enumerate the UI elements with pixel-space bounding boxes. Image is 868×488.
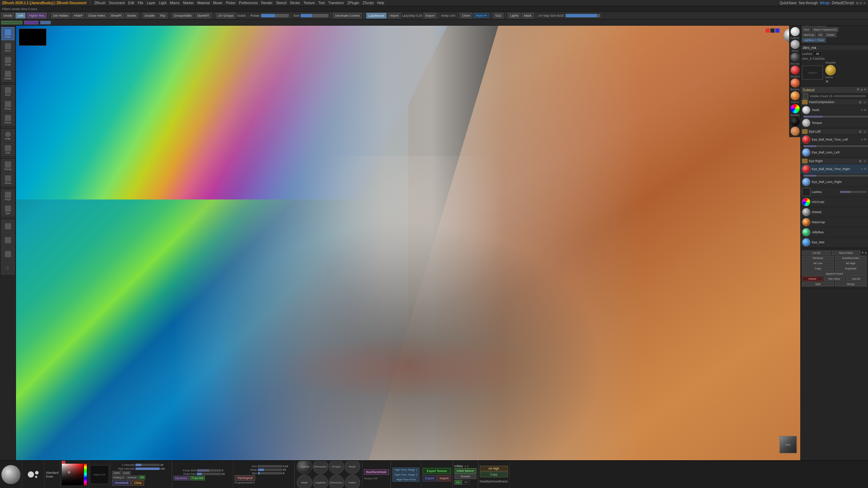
group-visible-btn[interactable]: GroupVisible (172, 13, 194, 18)
zsub-btn[interactable]: Zsub (122, 471, 131, 475)
flip-btn[interactable]: Flip (158, 13, 167, 18)
mat-sphere-red[interactable] (791, 66, 800, 75)
menu-item-layer[interactable]: Layer (147, 1, 156, 5)
stroke-btn[interactable]: Stroke (125, 13, 138, 18)
menu-item-document[interactable]: Document (109, 1, 125, 5)
mat-sphere-multi[interactable] (791, 104, 800, 113)
move-tool-btn[interactable]: Move (1, 41, 15, 54)
import-btn2[interactable]: Import (437, 475, 451, 481)
menu-item-preferences[interactable]: Preferences (239, 1, 258, 5)
teeth-vis-icon[interactable]: 👁 (864, 109, 867, 112)
zremesher-btn[interactable]: ZRemesher (313, 460, 328, 474)
teeth-pencil-icon[interactable]: ✏ (861, 109, 863, 112)
tonque-item[interactable]: Tonque (801, 118, 868, 128)
eyeball-right-slider[interactable] (803, 175, 868, 177)
extra4-btn[interactable]: ☆ (1, 261, 15, 275)
rotate-tool-btn[interactable]: Rotate (1, 69, 15, 82)
smooth-btn[interactable]: Smooth (454, 474, 476, 479)
mean-slider[interactable] (258, 469, 282, 471)
seethrough-btn[interactable]: See-through (799, 1, 818, 5)
claybuild-btn[interactable]: ClayBuild (297, 460, 312, 474)
goz-btn2[interactable]: Go2 (802, 27, 811, 32)
mat-sphere-skin[interactable] (791, 127, 800, 136)
menu-item-macro[interactable]: Macro (170, 1, 180, 5)
lashes-thumbnail[interactable]: Lashes (802, 66, 823, 79)
color-picker-wrapper[interactable] (62, 464, 83, 485)
snap-btn[interactable]: Snap (1, 129, 15, 142)
eyeball-left-pencil[interactable]: ✏ (861, 138, 863, 141)
jellybea-item[interactable]: JellyBea (801, 227, 868, 237)
autorecorder-btn[interactable]: AutoRecorder (835, 256, 867, 260)
menu-item-render[interactable]: Render (261, 1, 273, 5)
eyeright-folder[interactable]: Eye Right ⚙ 2 (801, 158, 868, 164)
unit-btn[interactable]: Unit (16, 13, 25, 18)
teeth-slider[interactable] (803, 116, 868, 118)
rename-btn[interactable]: Rename (802, 256, 834, 260)
vis-thumb[interactable] (803, 93, 808, 99)
lazymouse-btn[interactable]: LazyMouse (366, 13, 386, 18)
zadd-btn[interactable]: Zadd (112, 471, 121, 475)
export-texture-btn[interactable]: Export Texture (423, 468, 451, 474)
mask-btn[interactable]: Mask (522, 13, 534, 18)
menu-item-zbrush[interactable]: ZBrush (94, 1, 105, 5)
inflate-tool-btn[interactable]: Inflate (297, 475, 312, 488)
rp-copy-btn[interactable]: Copy (802, 266, 834, 271)
extra3-btn[interactable] (1, 247, 15, 261)
menu-item-stroke[interactable]: Stroke (290, 1, 300, 5)
list-arrow-icon[interactable]: ▾ (865, 251, 867, 255)
zapplink-btn[interactable]: ZAppLink (474, 13, 489, 18)
list-plus-icon[interactable]: + (861, 250, 864, 255)
vis-count-slider[interactable] (834, 95, 866, 97)
lashes-header[interactable]: zbro_ma (801, 45, 868, 50)
close-x-btn[interactable]: ✕ (825, 79, 829, 84)
eyeright-gear[interactable]: ⚙ (859, 159, 862, 163)
mat-sphere-orange2[interactable] (791, 91, 800, 100)
quicksave-btn[interactable]: QuickSave (780, 1, 796, 5)
draw-tool-btn[interactable]: Draw (1, 27, 15, 40)
goz-all-btn[interactable]: All (817, 33, 824, 37)
del-other-btn[interactable]: Del Other (824, 277, 845, 281)
inverse-btn[interactable]: Inverse (126, 476, 138, 479)
eyewet-item[interactable]: Eye_Wet (801, 237, 868, 247)
list-all-btn[interactable]: List All (802, 251, 831, 255)
eyeball-right-vis[interactable]: 👁 (864, 168, 867, 171)
rgb-intensity-slider[interactable] (135, 468, 160, 470)
transp-btn[interactable]: Transp (1, 159, 15, 173)
highpass-stage2-btn[interactable]: High Pass Stage 2 (392, 472, 419, 477)
goz-btn[interactable]: GoZ (493, 13, 504, 18)
subtool-arrow-icon[interactable]: ▾ (864, 87, 866, 92)
lashes-icon-sphere[interactable] (825, 65, 836, 75)
eyeball-left-slider[interactable] (803, 145, 868, 147)
all-high-btn2[interactable]: AlI High (480, 466, 508, 471)
subtool-gear-icon[interactable]: ⚙ (857, 87, 860, 92)
lashes-num[interactable]: 48 (813, 51, 822, 56)
import-btn[interactable]: Import (388, 13, 401, 18)
frame-btn[interactable]: Frame (1, 113, 15, 126)
zmetal-item[interactable]: ZMetal (801, 207, 868, 217)
subtool-plus-icon[interactable]: + (861, 87, 863, 92)
all-high-btn[interactable]: All High (835, 261, 867, 266)
append-btn[interactable]: Append Insert (802, 271, 867, 276)
alpha-preview[interactable]: Alpha Off (90, 465, 109, 484)
merge-btn[interactable]: Merge (820, 1, 829, 5)
inflate-off-btn[interactable]: Off (462, 480, 470, 485)
lashes-subtool-item[interactable]: Lashes (801, 187, 868, 197)
all-low-btn[interactable]: All Low (802, 261, 834, 266)
project-all-btn[interactable]: ProjectAll (190, 476, 205, 480)
new-folder-btn[interactable]: New Folder (832, 251, 861, 255)
claybuild2-btn[interactable]: ClayBuild (313, 475, 328, 488)
split-btn[interactable]: Split (802, 282, 834, 286)
lightbox-tools-btn[interactable]: Lightbox > Tools (802, 38, 826, 42)
color-picker[interactable] (62, 464, 83, 485)
decimate-current-btn[interactable]: Decimate Current (333, 13, 362, 18)
color-hue-bar[interactable] (84, 464, 87, 485)
mat-sphere-white[interactable] (791, 27, 800, 36)
persp-btn[interactable]: Persp (1, 99, 15, 112)
menu-item-light[interactable]: Light (159, 1, 167, 5)
highpass-final-btn[interactable]: High Pass Final (392, 477, 419, 482)
duplicate-btn[interactable]: Duplicate (835, 266, 867, 271)
menu-item-edit[interactable]: Edit (128, 1, 134, 5)
subdiv-bar[interactable] (1, 21, 22, 24)
eyeball-right-pencil[interactable]: ✏ (861, 168, 863, 171)
eyeball-left-vis[interactable]: 👁 (864, 138, 867, 141)
